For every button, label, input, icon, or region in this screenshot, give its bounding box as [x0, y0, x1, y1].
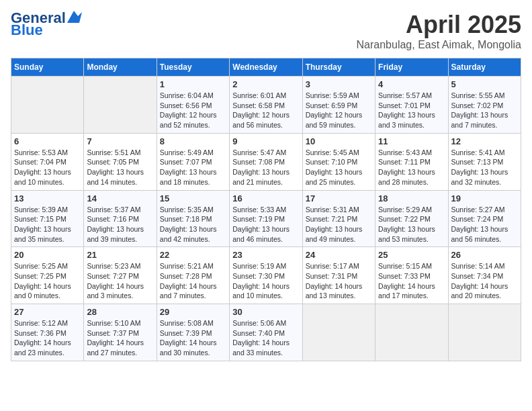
- day-number: 28: [87, 307, 153, 317]
- calendar-cell: 7Sunrise: 5:51 AM Sunset: 7:05 PM Daylig…: [84, 133, 157, 190]
- col-header-thursday: Thursday: [302, 58, 375, 77]
- cell-info: Sunrise: 5:06 AM Sunset: 7:40 PM Dayligh…: [232, 318, 299, 358]
- day-number: 21: [87, 250, 153, 260]
- day-number: 15: [160, 193, 226, 203]
- calendar-cell: 25Sunrise: 5:15 AM Sunset: 7:33 PM Dayli…: [375, 247, 448, 304]
- cell-info: Sunrise: 5:12 AM Sunset: 7:36 PM Dayligh…: [14, 318, 81, 358]
- calendar-cell: [302, 304, 375, 361]
- calendar-cell: 22Sunrise: 5:21 AM Sunset: 7:28 PM Dayli…: [157, 247, 229, 304]
- day-number: 30: [232, 307, 299, 317]
- cell-info: Sunrise: 5:17 AM Sunset: 7:31 PM Dayligh…: [306, 261, 372, 301]
- cell-info: Sunrise: 5:41 AM Sunset: 7:13 PM Dayligh…: [451, 148, 518, 187]
- calendar-cell: 24Sunrise: 5:17 AM Sunset: 7:31 PM Dayli…: [302, 247, 375, 304]
- calendar-cell: 18Sunrise: 5:29 AM Sunset: 7:22 PM Dayli…: [375, 190, 448, 247]
- logo: General Blue: [11, 11, 82, 38]
- svg-marker-0: [67, 11, 82, 23]
- cell-info: Sunrise: 5:47 AM Sunset: 7:08 PM Dayligh…: [232, 148, 299, 187]
- day-number: 19: [451, 193, 518, 203]
- day-number: 8: [160, 136, 226, 146]
- day-number: 17: [306, 193, 372, 203]
- cell-info: Sunrise: 5:14 AM Sunset: 7:34 PM Dayligh…: [451, 261, 518, 301]
- calendar-week-row: 27Sunrise: 5:12 AM Sunset: 7:36 PM Dayli…: [11, 304, 521, 361]
- location-title: Naranbulag, East Aimak, Mongolia: [357, 39, 521, 51]
- cell-info: Sunrise: 5:19 AM Sunset: 7:30 PM Dayligh…: [232, 261, 299, 301]
- calendar-cell: 27Sunrise: 5:12 AM Sunset: 7:36 PM Dayli…: [11, 304, 84, 361]
- day-number: 14: [87, 193, 153, 203]
- day-number: 7: [87, 136, 153, 146]
- calendar-cell: [84, 77, 157, 134]
- calendar-cell: 11Sunrise: 5:43 AM Sunset: 7:11 PM Dayli…: [375, 133, 448, 190]
- calendar-cell: 1Sunrise: 6:04 AM Sunset: 6:56 PM Daylig…: [157, 77, 229, 134]
- cell-info: Sunrise: 6:04 AM Sunset: 6:56 PM Dayligh…: [160, 91, 226, 130]
- cell-info: Sunrise: 5:53 AM Sunset: 7:04 PM Dayligh…: [14, 148, 81, 187]
- cell-info: Sunrise: 5:57 AM Sunset: 7:01 PM Dayligh…: [378, 91, 445, 130]
- calendar-cell: 26Sunrise: 5:14 AM Sunset: 7:34 PM Dayli…: [448, 247, 521, 304]
- day-number: 29: [160, 307, 226, 317]
- calendar-cell: [448, 304, 521, 361]
- calendar-body: 1Sunrise: 6:04 AM Sunset: 6:56 PM Daylig…: [11, 77, 521, 361]
- cell-info: Sunrise: 5:15 AM Sunset: 7:33 PM Dayligh…: [378, 261, 445, 301]
- cell-info: Sunrise: 5:21 AM Sunset: 7:28 PM Dayligh…: [160, 261, 226, 301]
- calendar-cell: 8Sunrise: 5:49 AM Sunset: 7:07 PM Daylig…: [157, 133, 229, 190]
- day-number: 3: [306, 79, 372, 89]
- calendar-header-row: SundayMondayTuesdayWednesdayThursdayFrid…: [11, 58, 521, 77]
- calendar-week-row: 20Sunrise: 5:25 AM Sunset: 7:25 PM Dayli…: [11, 247, 521, 304]
- calendar-cell: 13Sunrise: 5:39 AM Sunset: 7:15 PM Dayli…: [11, 190, 84, 247]
- calendar-week-row: 6Sunrise: 5:53 AM Sunset: 7:04 PM Daylig…: [11, 133, 521, 190]
- day-number: 25: [378, 250, 445, 260]
- day-number: 23: [232, 250, 299, 260]
- cell-info: Sunrise: 5:35 AM Sunset: 7:18 PM Dayligh…: [160, 205, 226, 244]
- col-header-tuesday: Tuesday: [157, 58, 229, 77]
- month-title: April 2025: [357, 11, 521, 39]
- col-header-wednesday: Wednesday: [230, 58, 302, 77]
- calendar-cell: 2Sunrise: 6:01 AM Sunset: 6:58 PM Daylig…: [230, 77, 302, 134]
- calendar-cell: 9Sunrise: 5:47 AM Sunset: 7:08 PM Daylig…: [230, 133, 302, 190]
- cell-info: Sunrise: 5:10 AM Sunset: 7:37 PM Dayligh…: [87, 318, 153, 358]
- calendar-cell: 29Sunrise: 5:08 AM Sunset: 7:39 PM Dayli…: [157, 304, 229, 361]
- day-number: 26: [451, 250, 518, 260]
- header: General Blue April 2025 Naranbulag, East…: [11, 11, 521, 51]
- calendar-cell: 12Sunrise: 5:41 AM Sunset: 7:13 PM Dayli…: [448, 133, 521, 190]
- cell-info: Sunrise: 5:55 AM Sunset: 7:02 PM Dayligh…: [451, 91, 518, 130]
- day-number: 2: [232, 79, 299, 89]
- logo-bird-icon: [67, 11, 82, 23]
- calendar-cell: 23Sunrise: 5:19 AM Sunset: 7:30 PM Dayli…: [230, 247, 302, 304]
- cell-info: Sunrise: 5:23 AM Sunset: 7:27 PM Dayligh…: [87, 261, 153, 301]
- day-number: 1: [160, 79, 226, 89]
- calendar-cell: 6Sunrise: 5:53 AM Sunset: 7:04 PM Daylig…: [11, 133, 84, 190]
- cell-info: Sunrise: 5:33 AM Sunset: 7:19 PM Dayligh…: [232, 205, 299, 244]
- day-number: 27: [14, 307, 81, 317]
- calendar-cell: 3Sunrise: 5:59 AM Sunset: 6:59 PM Daylig…: [302, 77, 375, 134]
- day-number: 13: [14, 193, 81, 203]
- day-number: 12: [451, 136, 518, 146]
- day-number: 18: [378, 193, 445, 203]
- cell-info: Sunrise: 5:39 AM Sunset: 7:15 PM Dayligh…: [14, 205, 81, 244]
- day-number: 16: [232, 193, 299, 203]
- title-area: April 2025 Naranbulag, East Aimak, Mongo…: [357, 11, 521, 51]
- calendar-week-row: 1Sunrise: 6:04 AM Sunset: 6:56 PM Daylig…: [11, 77, 521, 134]
- day-number: 11: [378, 136, 445, 146]
- calendar-week-row: 13Sunrise: 5:39 AM Sunset: 7:15 PM Dayli…: [11, 190, 521, 247]
- calendar-cell: 28Sunrise: 5:10 AM Sunset: 7:37 PM Dayli…: [84, 304, 157, 361]
- cell-info: Sunrise: 5:27 AM Sunset: 7:24 PM Dayligh…: [451, 205, 518, 244]
- day-number: 5: [451, 79, 518, 89]
- day-number: 20: [14, 250, 81, 260]
- day-number: 9: [232, 136, 299, 146]
- cell-info: Sunrise: 5:37 AM Sunset: 7:16 PM Dayligh…: [87, 205, 153, 244]
- cell-info: Sunrise: 5:49 AM Sunset: 7:07 PM Dayligh…: [160, 148, 226, 187]
- calendar-cell: 10Sunrise: 5:45 AM Sunset: 7:10 PM Dayli…: [302, 133, 375, 190]
- calendar-cell: 14Sunrise: 5:37 AM Sunset: 7:16 PM Dayli…: [84, 190, 157, 247]
- calendar-cell: 30Sunrise: 5:06 AM Sunset: 7:40 PM Dayli…: [230, 304, 302, 361]
- logo-blue-text: Blue: [11, 23, 43, 38]
- cell-info: Sunrise: 5:45 AM Sunset: 7:10 PM Dayligh…: [306, 148, 372, 187]
- calendar-cell: 19Sunrise: 5:27 AM Sunset: 7:24 PM Dayli…: [448, 190, 521, 247]
- calendar-cell: [375, 304, 448, 361]
- col-header-friday: Friday: [375, 58, 448, 77]
- col-header-saturday: Saturday: [448, 58, 521, 77]
- calendar-cell: 15Sunrise: 5:35 AM Sunset: 7:18 PM Dayli…: [157, 190, 229, 247]
- calendar-table: SundayMondayTuesdayWednesdayThursdayFrid…: [11, 58, 521, 361]
- day-number: 4: [378, 79, 445, 89]
- col-header-monday: Monday: [84, 58, 157, 77]
- day-number: 10: [306, 136, 372, 146]
- cell-info: Sunrise: 5:31 AM Sunset: 7:21 PM Dayligh…: [306, 205, 372, 244]
